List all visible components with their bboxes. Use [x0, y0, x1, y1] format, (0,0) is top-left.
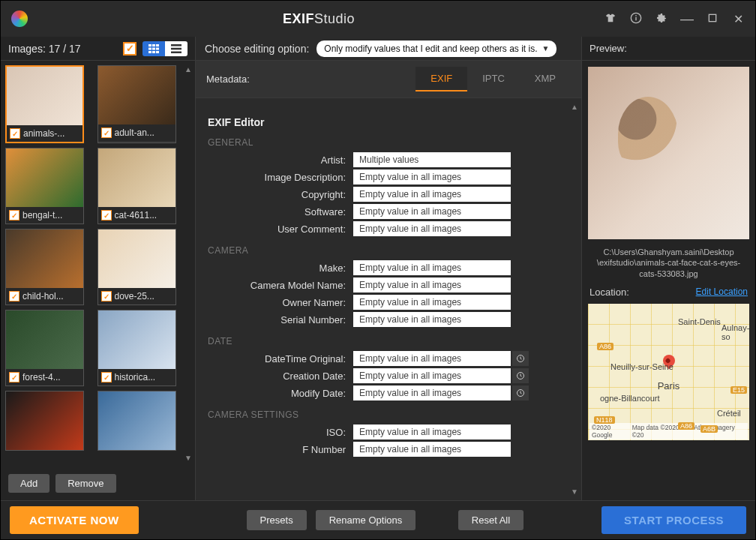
grid-view-button[interactable] [142, 41, 165, 56]
field-input[interactable]: Empty value in all images [353, 204, 511, 219]
center-panel: Choose editing option: Only modify value… [196, 37, 581, 500]
thumbnail[interactable]: cat-4611... [98, 148, 176, 224]
field-label: Modify Date: [203, 388, 353, 399]
thumbnail-checkbox[interactable] [101, 128, 112, 138]
editing-option-select[interactable]: Only modify values that I edit and keep … [316, 40, 556, 57]
section-header: DATE [208, 336, 566, 346]
field-input[interactable]: Empty value in all images [353, 187, 511, 202]
field-label: Make: [203, 262, 353, 274]
footer: ACTIVATE NOW Presets Rename Options Rese… [1, 500, 755, 539]
thumbnail-checkbox[interactable] [101, 291, 112, 302]
svg-rect-11 [152, 51, 155, 53]
remove-button[interactable]: Remove [56, 474, 116, 493]
field-input[interactable]: Empty value in all images [353, 442, 511, 457]
field-input[interactable]: Empty value in all images [353, 221, 511, 236]
minimize-icon[interactable]: — [680, 11, 694, 27]
tab-xmp[interactable]: XMP [520, 67, 571, 92]
close-icon[interactable]: ✕ [731, 12, 745, 26]
presets-button[interactable]: Presets [247, 510, 307, 530]
reset-all-button[interactable]: Reset All [458, 510, 524, 530]
thumbnail[interactable] [5, 391, 84, 451]
location-label: Location: [590, 286, 629, 298]
start-process-button[interactable]: START PROCESS [602, 506, 746, 534]
field-input[interactable]: Empty value in all images [353, 170, 511, 184]
svg-rect-7 [148, 47, 152, 50]
app-title: EXIFStudio [34, 11, 604, 27]
field-input[interactable]: Empty value in all images [353, 260, 511, 275]
thumbnail-checkbox[interactable] [9, 291, 20, 302]
section-header: CAMERA SETTINGS [208, 410, 566, 420]
field-row: ISO:Empty value in all images [203, 424, 566, 440]
field-input[interactable]: Empty value in all images [353, 351, 511, 366]
thumbnail[interactable]: historica... [98, 310, 176, 386]
thumbnail[interactable]: animals-... [5, 65, 84, 143]
field-input[interactable]: Empty value in all images [353, 368, 511, 383]
rename-options-button[interactable]: Rename Options [316, 510, 416, 530]
field-label: Creation Date: [203, 370, 353, 382]
thumbnail-image [7, 67, 82, 125]
svg-rect-5 [152, 44, 155, 46]
field-input[interactable]: Empty value in all images [353, 386, 511, 400]
tshirt-icon[interactable] [604, 12, 617, 26]
svg-rect-12 [156, 51, 159, 53]
chevron-down-icon: ▼ [542, 44, 549, 52]
thumbnail-checkbox[interactable] [9, 372, 20, 382]
thumbnail-image [98, 392, 176, 450]
thumbnail-label: animals-... [23, 128, 64, 139]
field-label: Owner Namer: [203, 297, 353, 308]
svg-rect-1 [635, 16, 636, 20]
scroll-down-icon[interactable]: ▼ [184, 454, 194, 462]
thumbnail[interactable]: adult-an... [98, 65, 176, 143]
preview-image [588, 67, 749, 239]
clock-icon[interactable] [512, 351, 529, 366]
thumbnail[interactable]: forest-4... [5, 310, 84, 386]
field-input[interactable]: Multiple values [353, 152, 511, 167]
thumbnail[interactable]: dove-25... [98, 229, 176, 305]
info-icon[interactable] [629, 12, 643, 26]
thumbnail-checkbox[interactable] [101, 210, 112, 220]
preview-path: C:\Users\Ghanshyam.saini\Desktop \exifst… [582, 245, 755, 280]
thumbnail-checkbox[interactable] [101, 372, 112, 382]
select-all-checkbox[interactable] [123, 42, 136, 56]
svg-rect-8 [152, 47, 155, 50]
tab-exif[interactable]: EXIF [416, 67, 467, 92]
option-label: Choose editing option: [205, 43, 309, 55]
thumbnail[interactable] [98, 391, 176, 451]
clock-icon[interactable] [512, 368, 529, 383]
field-input[interactable]: Empty value in all images [353, 295, 511, 310]
list-view-button[interactable] [165, 41, 188, 56]
add-button[interactable]: Add [8, 474, 50, 493]
field-input[interactable]: Empty value in all images [353, 278, 511, 292]
map[interactable]: Paris ©2020 Google Map data ©2020 Tele A… [588, 304, 749, 440]
svg-rect-15 [171, 51, 182, 53]
scroll-up-icon[interactable]: ▲ [184, 65, 194, 74]
map-road-badge: A6B [700, 425, 718, 433]
field-input[interactable]: Empty value in all images [353, 424, 511, 440]
svg-rect-14 [171, 47, 182, 50]
section-header: CAMERA [208, 245, 566, 256]
field-label: User Comment: [203, 224, 353, 235]
field-label: DateTime Original: [203, 353, 353, 364]
field-label: Artist: [203, 154, 353, 166]
gear-icon[interactable] [655, 12, 668, 26]
maximize-icon[interactable] [706, 12, 719, 26]
field-row: Make:Empty value in all images [203, 260, 566, 275]
thumbnail-checkbox[interactable] [10, 128, 20, 139]
scroll-down-icon[interactable]: ▼ [571, 488, 580, 496]
scroll-up-icon[interactable]: ▲ [571, 103, 580, 111]
map-city-label: ogne-Billancourt [600, 394, 660, 403]
tab-iptc[interactable]: IPTC [467, 67, 520, 92]
field-input[interactable]: Empty value in all images [353, 312, 511, 327]
field-row: Image Description:Empty value in all ima… [203, 170, 566, 184]
svg-rect-13 [171, 44, 182, 46]
thumbnail[interactable]: bengal-t... [5, 148, 84, 224]
thumbnail-checkbox[interactable] [9, 210, 20, 220]
clock-icon[interactable] [512, 386, 529, 400]
activate-button[interactable]: ACTIVATE NOW [10, 506, 139, 534]
field-row: Artist:Multiple values [203, 152, 566, 167]
map-city-label: Saint-Denis [678, 317, 721, 326]
thumbnail-image [6, 392, 83, 450]
thumbnail[interactable]: child-hol... [5, 229, 84, 305]
field-label: ISO: [203, 427, 353, 438]
edit-location-link[interactable]: Edit Location [696, 286, 748, 297]
